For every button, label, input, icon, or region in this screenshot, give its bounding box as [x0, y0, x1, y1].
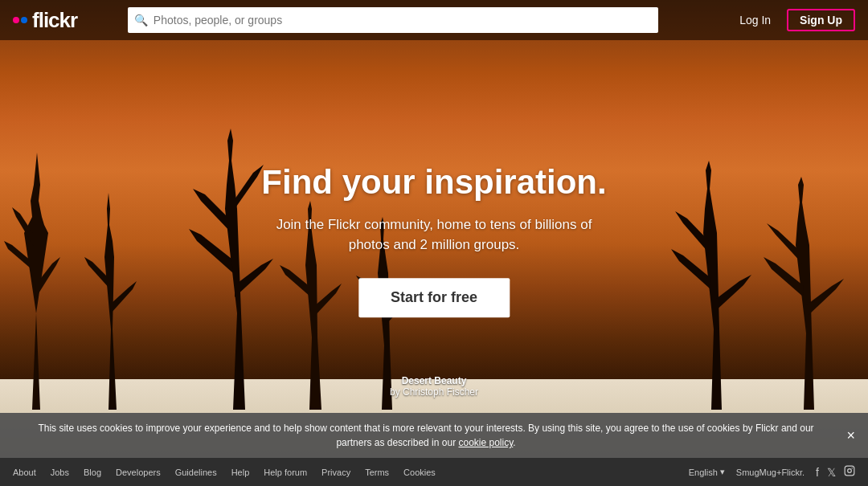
hero-subtitle: Join the Flickr community, home to tens …	[261, 214, 606, 255]
footer-link-jobs[interactable]: Jobs	[51, 468, 69, 477]
instagram-icon[interactable]	[844, 465, 855, 479]
cookie-text: This site uses cookies to improve your e…	[38, 423, 813, 448]
footer-link-privacy[interactable]: Privacy	[321, 468, 350, 477]
signup-button[interactable]: Sign Up	[787, 9, 855, 31]
photo-title: Desert Beauty	[390, 375, 478, 386]
logo-text: flickr	[32, 8, 77, 33]
login-button[interactable]: Log In	[733, 10, 777, 30]
footer-link-developers[interactable]: Developers	[116, 468, 161, 477]
photo-author: by Christoph Fischer	[390, 386, 478, 398]
header-actions: Log In Sign Up	[733, 9, 855, 31]
dot-pink	[13, 17, 19, 23]
tree-left-2	[64, 185, 161, 410]
search-input[interactable]	[128, 7, 658, 33]
logo[interactable]: flickr	[13, 8, 77, 33]
cookie-close-button[interactable]: ×	[846, 427, 855, 444]
footer-links: About Jobs Blog Developers Guidelines He…	[13, 468, 436, 477]
footer-link-help[interactable]: Help	[231, 468, 250, 477]
hero-content: Find your inspiration. Join the Flickr c…	[261, 163, 606, 317]
header: flickr 🔍 Log In Sign Up	[0, 0, 868, 40]
footer-right: English ▾ SmugMug+Flickr. f 𝕏	[689, 465, 855, 479]
tree-right-1	[659, 161, 772, 410]
language-selector[interactable]: English ▾	[689, 467, 725, 477]
start-free-button[interactable]: Start for free	[358, 278, 510, 317]
photo-credit: Desert Beauty by Christoph Fischer	[390, 375, 478, 398]
svg-point-2	[852, 468, 853, 468]
cookie-banner: This site uses cookies to improve your e…	[0, 413, 868, 458]
tree-right-2	[755, 177, 860, 410]
footer: About Jobs Blog Developers Guidelines He…	[0, 458, 868, 486]
footer-link-cookies[interactable]: Cookies	[403, 468, 436, 477]
twitter-icon[interactable]: 𝕏	[827, 466, 836, 479]
hero-title: Find your inspiration.	[261, 163, 606, 202]
smugmug-link[interactable]: SmugMug+Flickr.	[736, 468, 805, 477]
svg-rect-0	[845, 466, 854, 476]
footer-link-blog[interactable]: Blog	[84, 468, 101, 477]
footer-link-helpforum[interactable]: Help forum	[264, 468, 307, 477]
footer-link-about[interactable]: About	[13, 468, 36, 477]
footer-link-guidelines[interactable]: Guidelines	[175, 468, 217, 477]
facebook-icon[interactable]: f	[816, 466, 819, 479]
footer-link-terms[interactable]: Terms	[365, 468, 389, 477]
search-icon: 🔍	[134, 14, 148, 27]
dot-blue	[21, 17, 27, 23]
chevron-down-icon: ▾	[720, 467, 725, 477]
logo-dots	[13, 17, 27, 23]
search-bar: 🔍	[128, 7, 658, 33]
cookie-policy-link[interactable]: cookie policy	[458, 437, 513, 448]
svg-point-1	[848, 469, 852, 473]
social-icons: f 𝕏	[816, 465, 855, 479]
language-label: English	[689, 468, 718, 477]
